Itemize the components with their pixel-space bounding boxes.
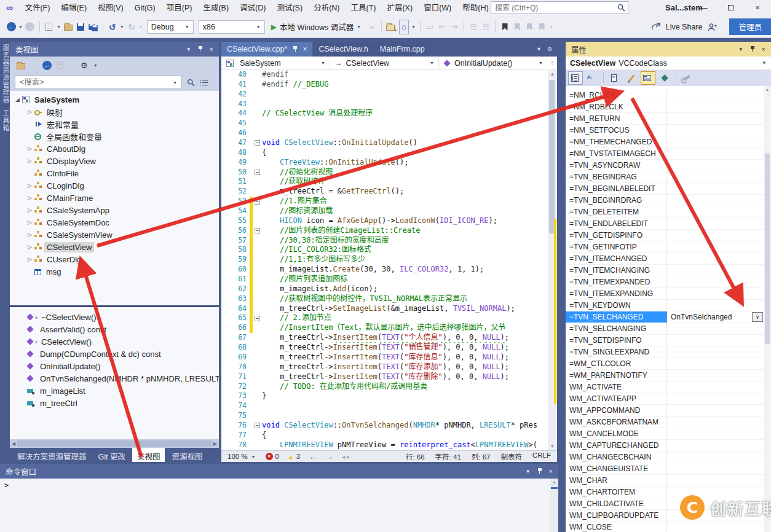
back-icon[interactable]: ← xyxy=(42,61,52,70)
property-value[interactable] xyxy=(667,148,764,159)
live-share-button[interactable]: Live Share xyxy=(666,23,703,31)
property-row[interactable]: WM_CLOSE xyxy=(566,522,764,532)
save-all-button[interactable] xyxy=(88,20,98,34)
alphabetical-button[interactable] xyxy=(585,71,599,85)
save-button[interactable] xyxy=(76,20,85,34)
navigate-backward-icon[interactable]: ← xyxy=(309,452,317,461)
tabs-indicator[interactable]: 制表符 xyxy=(500,452,522,461)
property-name[interactable]: WM_ASKCBFORMATNAM xyxy=(566,417,667,428)
handler-dropdown-button[interactable]: ∨ xyxy=(752,312,763,322)
property-value[interactable] xyxy=(667,381,764,393)
property-value[interactable] xyxy=(667,300,764,311)
property-value[interactable] xyxy=(667,358,764,369)
property-value[interactable] xyxy=(667,323,764,334)
property-name[interactable]: =TVN_ASYNCDRAW xyxy=(566,160,667,171)
start-debugging-button[interactable]: ▶ 本地 Windows 调试器 ▼ xyxy=(271,21,362,33)
code-line[interactable]: 58 //ILC_COLOR32:图标格式 xyxy=(230,245,548,255)
property-name[interactable]: WM_CAPTURECHANGED xyxy=(566,440,667,451)
property-row[interactable]: =TVN_KEYDOWN xyxy=(566,300,764,311)
debugger-dropdown-icon[interactable]: ▼ xyxy=(357,25,361,29)
code-line[interactable]: 52 m_treeCtrl = &GetTreeCtrl(); xyxy=(230,187,548,197)
code-line[interactable]: 48{ xyxy=(230,148,548,158)
code-line[interactable]: 69 m_treeCtrl->InsertItem(TEXT("库存信息"), … xyxy=(230,353,548,362)
code-line[interactable]: 49 CTreeView::OnInitialUpdate(); xyxy=(230,158,548,168)
feedback-icon[interactable] xyxy=(707,23,717,31)
property-value[interactable] xyxy=(667,440,764,451)
code-line[interactable]: 72 // TODO: 在此添加专用代码和/或调用基类 xyxy=(230,382,548,392)
line-ending-indicator[interactable]: CRLF xyxy=(532,452,551,461)
property-row[interactable]: =NM_TVSTATEIMAGECH xyxy=(566,148,764,160)
property-name[interactable]: =TVN_BEGINRDRAG xyxy=(566,195,667,206)
property-row[interactable]: =TVN_BEGINRDRAG xyxy=(566,195,764,206)
code-line[interactable]: 75 xyxy=(230,411,548,421)
scrollbar-thumb[interactable] xyxy=(765,154,770,344)
property-row[interactable]: =NM_RETURN xyxy=(566,113,764,125)
object-selector[interactable]: CSelectView VCCodeClass ▼ xyxy=(566,57,771,70)
open-file-button[interactable] xyxy=(63,20,73,34)
code-editor[interactable]: 40#endif41#endif //_DEBUG424344// CSelec… xyxy=(221,70,548,450)
scroll-left-icon[interactable]: ◀ xyxy=(12,441,15,447)
close-icon[interactable]: × xyxy=(762,45,765,53)
property-name[interactable]: =TVN_GETINFOTIP xyxy=(566,241,667,252)
navigate-back-button[interactable]: ← xyxy=(6,20,16,34)
property-name[interactable]: =NM_RDBLCLK xyxy=(566,101,667,112)
code-line[interactable]: 56− //图片列表的创建CimageList::Create xyxy=(230,226,548,236)
property-row[interactable]: WM_APPCOMMAND xyxy=(566,405,764,417)
tree-item[interactable]: CInfoFile xyxy=(10,167,219,179)
property-row[interactable]: =TVN_SELCHANGEDOnTvnSelchanged∨ xyxy=(566,311,764,323)
scrollbar-thumb[interactable] xyxy=(17,440,212,447)
editor-tab[interactable]: CSelectView.cpp*× xyxy=(221,42,312,57)
code-line[interactable]: 76−void CSelectView::OnTvnSelchanged(NMH… xyxy=(230,421,548,431)
tree-item[interactable]: ▷CMainFrame xyxy=(10,192,219,204)
minimize-button[interactable]: — xyxy=(690,0,717,16)
property-value[interactable] xyxy=(667,405,764,416)
member-item[interactable]: AssertValid() const xyxy=(26,323,219,335)
property-value[interactable] xyxy=(667,183,764,194)
property-name[interactable]: WM_CHARTOITEM xyxy=(566,487,667,498)
property-row[interactable]: WM_CHAR xyxy=(566,475,764,487)
tab-options-gear-icon[interactable]: ⚙ xyxy=(547,46,552,52)
property-value[interactable] xyxy=(667,125,764,136)
expander-icon[interactable]: ▷ xyxy=(26,256,34,262)
panel-tab[interactable]: Git 更改 xyxy=(93,448,130,462)
solution-platform-select[interactable]: x86▼ xyxy=(199,20,265,34)
code-line[interactable]: 44// CSelectView 消息处理程序 xyxy=(230,109,548,119)
property-name[interactable]: =TVN_SELCHANGED xyxy=(566,311,667,323)
property-name[interactable]: WM_ACTIVATEAPP xyxy=(566,393,667,404)
code-line[interactable]: 73} xyxy=(230,391,548,401)
code-line[interactable]: 46 xyxy=(230,128,548,138)
search-icon[interactable] xyxy=(187,79,195,87)
horizontal-scrollbar[interactable]: ◀ ▶ xyxy=(10,439,219,448)
split-editor-icon[interactable]: ÷ xyxy=(547,57,557,69)
property-row[interactable]: WM_CAPTURECHANGED xyxy=(566,440,764,452)
code-line[interactable]: 59 //1,1:有多少图标写多少 xyxy=(230,255,548,265)
window-position-icon[interactable]: ▼ xyxy=(738,47,743,52)
property-value[interactable] xyxy=(667,452,764,463)
property-name[interactable]: =TVN_ITEMCHANGING xyxy=(566,265,667,276)
properties-titlebar[interactable]: 属性 ▼ × xyxy=(566,42,771,57)
property-row[interactable]: WM_ASKCBFORMATNAM xyxy=(566,417,764,428)
property-row[interactable]: =TVN_ITEMEXPANDING xyxy=(566,288,764,300)
expander-icon[interactable]: ▷ xyxy=(26,244,34,250)
member-item[interactable]: *CSelectView() xyxy=(26,335,219,348)
undo-dropdown-icon[interactable]: ▼ xyxy=(120,25,124,29)
member-item[interactable]: OnInitialUpdate() xyxy=(26,360,219,372)
scroll-down-icon[interactable]: ▼ xyxy=(548,444,557,449)
code-line[interactable]: 51 //获取树控件 xyxy=(230,177,548,187)
code-line[interactable]: 45 xyxy=(230,119,548,128)
command-window-scrollbar[interactable]: ▲ xyxy=(550,479,558,532)
property-name[interactable]: =TVN_ITEMEXPANDED xyxy=(566,276,667,288)
property-row[interactable]: =TVN_ENDLABELEDIT xyxy=(566,218,764,230)
code-line[interactable]: 61 //图片列表追加图标 xyxy=(230,275,548,284)
expander-icon[interactable]: ▷ xyxy=(26,232,34,238)
scroll-up-icon[interactable]: ▲ xyxy=(764,87,771,92)
menu-item[interactable]: Git(G) xyxy=(129,0,161,16)
class-dropdown[interactable]: → CSelectView ▼ xyxy=(330,57,439,69)
property-value[interactable] xyxy=(667,90,764,101)
code-line[interactable]: 40#endif xyxy=(230,70,548,80)
code-line[interactable]: 50− //初始化树视图 xyxy=(230,168,548,178)
project-dropdown[interactable]: SaleSystem ▼ xyxy=(221,57,330,69)
property-value[interactable] xyxy=(667,171,764,182)
menu-item[interactable]: 项目(P) xyxy=(161,0,198,16)
property-name[interactable]: WM_ACTIVATE xyxy=(566,381,667,393)
